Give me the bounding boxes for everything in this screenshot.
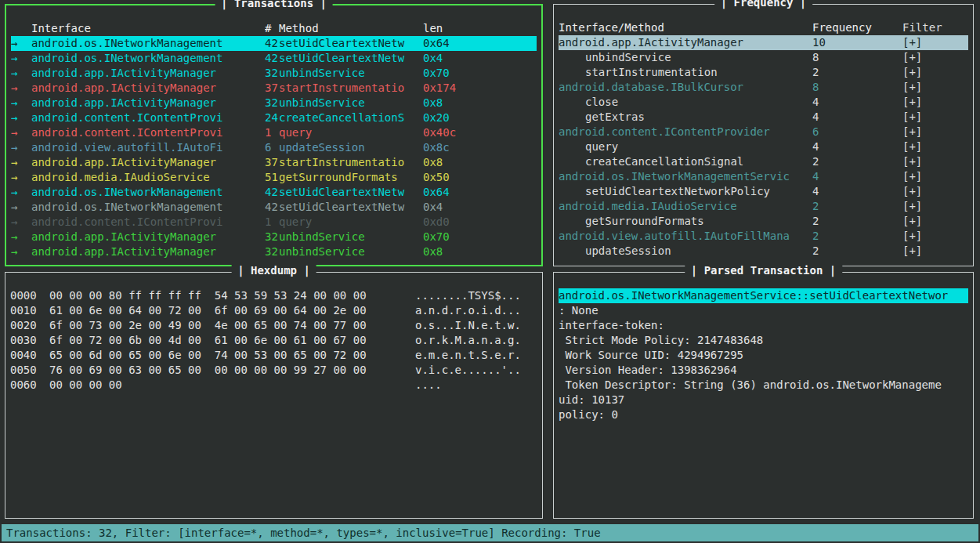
frequency-method-row[interactable]: updateSession2[+] <box>559 244 968 259</box>
frequency-label: android.app.IActivityManager <box>559 35 812 50</box>
transaction-direction-icon: → <box>11 140 31 155</box>
frequency-label: query <box>559 139 812 154</box>
frequency-filter-button[interactable]: [+] <box>902 80 968 95</box>
hexdump-offset: 0020 <box>10 318 49 333</box>
transaction-interface: android.media.IAudioService <box>31 170 265 185</box>
transaction-code: 24 <box>265 110 279 125</box>
frequency-method-row[interactable]: getExtras4[+] <box>559 110 968 125</box>
transaction-row[interactable]: →android.content.IContentProvi24createCa… <box>11 110 537 125</box>
transaction-code: 32 <box>265 230 279 244</box>
transaction-row[interactable]: →android.app.IActivityManager32unbindSer… <box>11 66 537 81</box>
transaction-direction-icon: → <box>11 155 31 170</box>
transaction-row[interactable]: →android.os.INetworkManagement42setUidCl… <box>11 185 537 200</box>
parsed-transaction-line: policy: 0 <box>559 407 968 422</box>
frequency-interface-row[interactable]: android.view.autofill.IAutoFillMana2[+] <box>559 229 968 244</box>
transaction-direction-icon: → <box>11 185 31 200</box>
transaction-length: 0xd0 <box>423 215 537 230</box>
frequency-interface-row[interactable]: android.database.IBulkCursor8[+] <box>559 80 968 95</box>
frequency-method-row[interactable]: createCancellationSignal2[+] <box>559 154 968 169</box>
frequency-filter-button[interactable]: [+] <box>902 229 968 244</box>
transaction-row[interactable]: →android.os.INetworkManagement42setUidCl… <box>11 36 537 51</box>
frequency-method-row[interactable]: close4[+] <box>559 95 968 110</box>
transactions-header-interface: Interface <box>31 21 265 36</box>
transaction-direction-icon: → <box>11 230 31 244</box>
transaction-method: query <box>279 125 423 140</box>
transaction-code: 37 <box>265 81 279 96</box>
frequency-filter-button[interactable]: [+] <box>902 65 968 80</box>
transaction-row[interactable]: →android.view.autofill.IAutoFi6updateSes… <box>11 140 537 155</box>
transaction-row[interactable]: →android.app.IActivityManager37startInst… <box>11 155 537 170</box>
frequency-count: 4 <box>812 169 902 184</box>
hexdump-ascii: e.m.e.n.t.S.e.r. <box>415 348 537 363</box>
transaction-direction-icon: → <box>11 200 31 215</box>
hexdump-offset: 0050 <box>10 363 49 378</box>
hexdump-bytes: 6f 00 72 00 6b 00 4d 00 61 00 6e 00 61 0… <box>49 333 415 348</box>
frequency-filter-button[interactable]: [+] <box>902 184 968 199</box>
transaction-row[interactable]: →android.media.IAudioService51getSurroun… <box>11 170 537 185</box>
frequency-filter-button[interactable]: [+] <box>902 154 968 169</box>
frequency-method-row[interactable]: query4[+] <box>559 139 968 154</box>
transaction-row[interactable]: →android.content.IContentProvi1query0x40… <box>11 125 537 140</box>
frequency-count: 4 <box>812 184 902 199</box>
frequency-panel: | Frequency | Interface/Method Frequency… <box>553 4 974 266</box>
frequency-filter-button[interactable]: [+] <box>902 35 968 50</box>
transaction-code: 42 <box>265 200 279 215</box>
frequency-interface-row[interactable]: android.media.IAudioService2[+] <box>559 199 968 214</box>
frequency-interface-row[interactable]: android.app.IActivityManager10[+] <box>559 35 968 50</box>
transaction-interface: android.os.INetworkManagement <box>31 51 265 66</box>
parsed-transaction-lines: : Noneinterface-token: Strict Mode Polic… <box>559 303 968 422</box>
frequency-interface-row[interactable]: android.content.IContentProvider6[+] <box>559 125 968 139</box>
parsed-transaction-selected-line[interactable]: android.os.INetworkManagementService::se… <box>559 288 968 303</box>
frequency-method-row[interactable]: startInstrumentation2[+] <box>559 65 968 80</box>
frequency-label: android.media.IAudioService <box>559 199 812 214</box>
transactions-header-row: Interface # Method len <box>11 21 537 36</box>
transaction-length: 0x4 <box>423 200 537 215</box>
transaction-code: 42 <box>265 36 279 51</box>
transaction-row[interactable]: →android.os.INetworkManagement42setUidCl… <box>11 51 537 66</box>
frequency-filter-button[interactable]: [+] <box>902 244 968 259</box>
transaction-method: setUidCleartextNetw <box>279 200 423 215</box>
transaction-direction-icon: → <box>11 51 31 66</box>
frequency-interface-row[interactable]: android.os.INetworkManagementServic4[+] <box>559 169 968 184</box>
frequency-count: 2 <box>812 65 902 80</box>
frequency-filter-button[interactable]: [+] <box>902 125 968 139</box>
frequency-method-row[interactable]: getSurroundFormats2[+] <box>559 214 968 229</box>
frequency-label: unbindService <box>559 50 812 65</box>
transaction-row[interactable]: →android.content.IContentProvi1query0xd0 <box>11 215 537 230</box>
frequency-filter-button[interactable]: [+] <box>902 95 968 110</box>
hexdump-row: 00206f 00 73 00 2e 00 49 00 4e 00 65 00 … <box>10 318 537 333</box>
frequency-filter-button[interactable]: [+] <box>902 139 968 154</box>
transaction-method: startInstrumentatio <box>279 81 423 96</box>
frequency-header-label: Interface/Method <box>559 20 812 35</box>
transaction-row[interactable]: →android.app.IActivityManager32unbindSer… <box>11 96 537 110</box>
frequency-method-row[interactable]: setUidCleartextNetworkPolicy4[+] <box>559 184 968 199</box>
frequency-method-row[interactable]: unbindService8[+] <box>559 50 968 65</box>
frequency-filter-button[interactable]: [+] <box>902 199 968 214</box>
transaction-interface: android.view.autofill.IAutoFi <box>31 140 265 155</box>
frequency-count: 2 <box>812 154 902 169</box>
transaction-code: 32 <box>265 66 279 81</box>
hexdump-offset: 0010 <box>10 303 49 318</box>
transaction-length: 0x20 <box>423 110 537 125</box>
transaction-row[interactable]: →android.app.IActivityManager32unbindSer… <box>11 230 537 244</box>
frequency-filter-button[interactable]: [+] <box>902 110 968 125</box>
frequency-filter-button[interactable]: [+] <box>902 50 968 65</box>
hexdump-bytes: 6f 00 73 00 2e 00 49 00 4e 00 65 00 74 0… <box>49 318 415 333</box>
transaction-row[interactable]: →android.app.IActivityManager32unbindSer… <box>11 244 537 259</box>
frequency-count: 8 <box>812 80 902 95</box>
transaction-interface: android.app.IActivityManager <box>31 96 265 110</box>
transaction-row[interactable]: →android.app.IActivityManager37startInst… <box>11 81 537 96</box>
frequency-filter-button[interactable]: [+] <box>902 214 968 229</box>
parsed-transaction-line: Strict Mode Policy: 2147483648 <box>559 333 968 348</box>
transaction-interface: android.content.IContentProvi <box>31 110 265 125</box>
hexdump-offset: 0030 <box>10 333 49 348</box>
frequency-count: 2 <box>812 229 902 244</box>
frequency-count: 4 <box>812 139 902 154</box>
transaction-code: 32 <box>265 244 279 259</box>
frequency-filter-button[interactable]: [+] <box>902 169 968 184</box>
transaction-length: 0x70 <box>423 66 537 81</box>
parsed-transaction-line: uid: 10137 <box>559 393 968 407</box>
transaction-row[interactable]: →android.os.INetworkManagement42setUidCl… <box>11 200 537 215</box>
transaction-length: 0x8c <box>423 140 537 155</box>
transaction-code: 32 <box>265 96 279 110</box>
